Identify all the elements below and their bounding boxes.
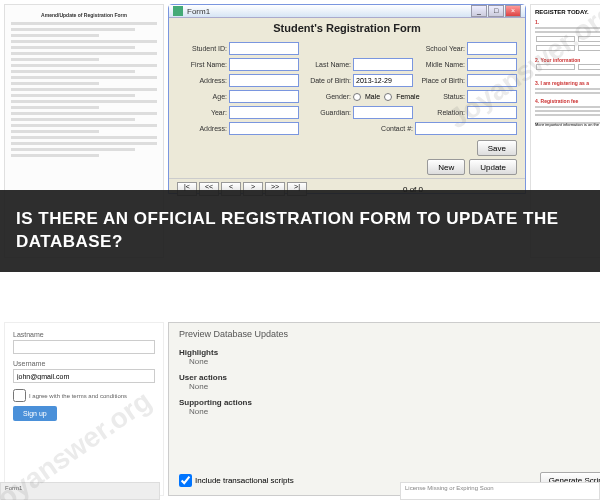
pob-label: Place of Birth: bbox=[415, 77, 465, 84]
window-title: Form1 bbox=[187, 7, 471, 16]
dob-label: Date of Birth: bbox=[301, 77, 351, 84]
gender-label: Gender: bbox=[301, 93, 351, 100]
gender-male-radio[interactable] bbox=[353, 93, 361, 101]
strip-right: License Missing or Expiring Soon bbox=[400, 482, 600, 500]
address-input[interactable] bbox=[229, 74, 299, 87]
relation-input[interactable] bbox=[467, 106, 517, 119]
preview-panel: Preview Database Updates HighlightsNone … bbox=[168, 322, 600, 496]
gender-radios: Male Female bbox=[353, 93, 413, 101]
year-input[interactable] bbox=[229, 106, 299, 119]
dob-input[interactable] bbox=[353, 74, 413, 87]
form-heading: Student's Registration Form bbox=[169, 18, 525, 40]
bottom-strip: Form1 License Missing or Expiring Soon bbox=[0, 482, 600, 500]
doc-b-title: REGISTER TODAY. bbox=[535, 9, 600, 15]
status-label: Status: bbox=[415, 93, 465, 100]
user-actions-value: None bbox=[189, 382, 600, 391]
lastname-label: Lastname bbox=[13, 331, 155, 338]
guardian-input[interactable] bbox=[353, 106, 413, 119]
age-input[interactable] bbox=[229, 90, 299, 103]
contact-input[interactable] bbox=[415, 122, 517, 135]
student-id-input[interactable] bbox=[229, 42, 299, 55]
overlay-banner: Is there an official registration form t… bbox=[0, 190, 600, 272]
student-form-window: Form1 _ □ × Student's Registration Form … bbox=[168, 4, 526, 194]
school-year-label: School Year: bbox=[415, 45, 465, 52]
address-label: Address: bbox=[177, 77, 227, 84]
app-icon bbox=[173, 6, 183, 16]
relation-label: Relation: bbox=[415, 109, 465, 116]
year-label: Year: bbox=[177, 109, 227, 116]
pob-input[interactable] bbox=[467, 74, 517, 87]
gender-female-radio[interactable] bbox=[384, 93, 392, 101]
age-label: Age: bbox=[177, 93, 227, 100]
signup-form: Lastname Username I agree with the terms… bbox=[4, 322, 164, 496]
user-actions-label: User actions bbox=[179, 373, 227, 382]
first-name-input[interactable] bbox=[229, 58, 299, 71]
address2-label: Address: bbox=[177, 125, 227, 132]
minimize-button[interactable]: _ bbox=[471, 5, 487, 17]
middle-name-label: Midle Name: bbox=[415, 61, 465, 68]
username-label: Username bbox=[13, 360, 155, 367]
supporting-actions-value: None bbox=[189, 407, 600, 416]
doc-a-title: Amend/Update of Registration Form bbox=[11, 11, 157, 19]
maximize-button[interactable]: □ bbox=[488, 5, 504, 17]
guardian-label: Guardian: bbox=[301, 109, 351, 116]
middle-name-input[interactable] bbox=[467, 58, 517, 71]
signup-button[interactable]: Sign up bbox=[13, 406, 57, 421]
lastname-input[interactable] bbox=[13, 340, 155, 354]
supporting-actions-label: Supporting actions bbox=[179, 398, 252, 407]
titlebar[interactable]: Form1 _ □ × bbox=[169, 5, 525, 18]
update-button[interactable]: Update bbox=[469, 159, 517, 175]
agree-label: I agree with the terms and conditions bbox=[29, 393, 127, 399]
save-button[interactable]: Save bbox=[477, 140, 517, 156]
highlights-value: None bbox=[189, 357, 600, 366]
last-name-label: Last Name: bbox=[301, 61, 351, 68]
strip-left: Form1 bbox=[0, 482, 160, 500]
address2-input[interactable] bbox=[229, 122, 299, 135]
agree-checkbox[interactable] bbox=[13, 389, 26, 402]
highlights-label: Highlights bbox=[179, 348, 218, 357]
new-button[interactable]: New bbox=[427, 159, 465, 175]
first-name-label: First Name: bbox=[177, 61, 227, 68]
contact-label: Contact #: bbox=[353, 125, 413, 132]
school-year-input[interactable] bbox=[467, 42, 517, 55]
username-input[interactable] bbox=[13, 369, 155, 383]
last-name-input[interactable] bbox=[353, 58, 413, 71]
close-button[interactable]: × bbox=[505, 5, 521, 17]
student-id-label: Student ID: bbox=[177, 45, 227, 52]
status-input[interactable] bbox=[467, 90, 517, 103]
preview-title: Preview Database Updates bbox=[179, 329, 600, 339]
